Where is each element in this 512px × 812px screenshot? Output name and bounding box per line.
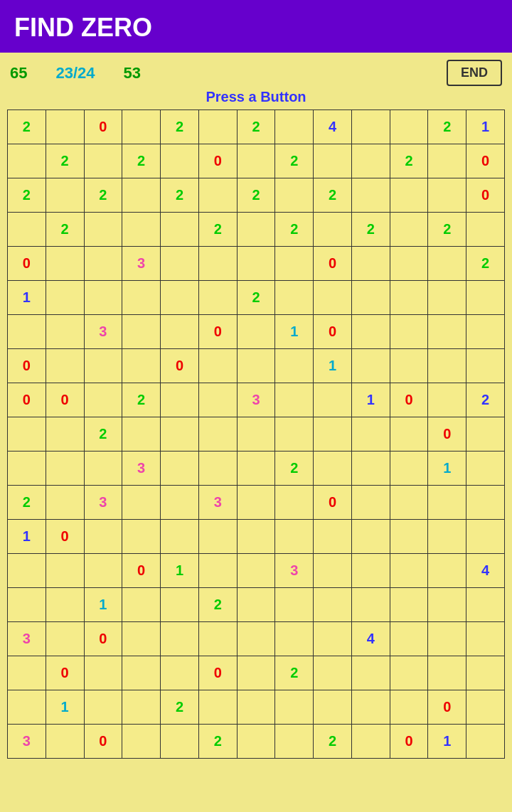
grid-cell[interactable]: 0 — [390, 725, 428, 759]
grid-cell[interactable]: 1 — [8, 520, 46, 554]
grid-cell[interactable] — [122, 349, 161, 383]
grid-cell[interactable] — [351, 725, 390, 759]
grid-cell[interactable] — [237, 417, 275, 452]
grid-cell[interactable]: 0 — [84, 622, 122, 656]
grid-cell[interactable]: 0 — [46, 656, 84, 690]
grid-cell[interactable]: 0 — [161, 349, 199, 383]
grid-cell[interactable] — [198, 690, 237, 725]
grid-cell[interactable] — [122, 690, 161, 725]
grid-cell[interactable] — [390, 520, 428, 554]
grid-cell[interactable] — [314, 281, 352, 315]
grid-cell[interactable] — [46, 725, 84, 759]
grid-cell[interactable] — [351, 247, 390, 281]
grid-cell[interactable]: 2 — [466, 383, 505, 417]
grid-cell[interactable] — [390, 622, 428, 656]
grid-cell[interactable]: 0 — [8, 349, 46, 383]
grid-cell[interactable] — [198, 554, 237, 588]
grid-cell[interactable] — [351, 110, 390, 144]
grid-cell[interactable] — [428, 622, 466, 656]
grid-cell[interactable] — [198, 178, 237, 213]
grid-cell[interactable] — [198, 247, 237, 281]
grid-cell[interactable] — [275, 690, 314, 725]
grid-cell[interactable] — [46, 315, 84, 349]
grid-cell[interactable] — [275, 178, 314, 213]
grid-cell[interactable]: 2 — [46, 144, 84, 178]
grid-cell[interactable] — [122, 486, 161, 520]
grid-cell[interactable] — [46, 588, 84, 622]
grid-cell[interactable] — [8, 588, 46, 622]
grid-cell[interactable]: 2 — [198, 213, 237, 247]
grid-cell[interactable] — [390, 588, 428, 622]
grid-cell[interactable] — [351, 178, 390, 213]
grid-cell[interactable] — [428, 588, 466, 622]
grid-cell[interactable] — [198, 349, 237, 383]
grid-cell[interactable]: 0 — [314, 315, 352, 349]
grid-cell[interactable] — [237, 486, 275, 520]
grid-cell[interactable] — [275, 588, 314, 622]
grid-cell[interactable] — [237, 213, 275, 247]
grid-cell[interactable]: 0 — [314, 247, 352, 281]
grid-cell[interactable] — [161, 315, 199, 349]
grid-cell[interactable] — [466, 281, 505, 315]
grid-cell[interactable] — [46, 452, 84, 486]
grid-cell[interactable] — [428, 144, 466, 178]
grid-cell[interactable] — [46, 110, 84, 144]
grid-cell[interactable]: 0 — [390, 383, 428, 417]
grid-cell[interactable]: 0 — [314, 486, 352, 520]
grid-cell[interactable] — [390, 554, 428, 588]
grid-cell[interactable] — [84, 247, 122, 281]
grid-cell[interactable] — [466, 486, 505, 520]
grid-cell[interactable]: 2 — [275, 213, 314, 247]
grid-cell[interactable]: 0 — [428, 417, 466, 452]
grid-cell[interactable] — [161, 452, 199, 486]
grid-cell[interactable] — [351, 452, 390, 486]
grid-cell[interactable] — [428, 281, 466, 315]
grid-cell[interactable]: 3 — [84, 315, 122, 349]
grid-cell[interactable] — [351, 281, 390, 315]
grid-cell[interactable]: 2 — [275, 656, 314, 690]
grid-cell[interactable] — [84, 213, 122, 247]
grid-cell[interactable] — [390, 315, 428, 349]
grid-cell[interactable] — [84, 281, 122, 315]
grid-cell[interactable] — [84, 144, 122, 178]
grid-cell[interactable] — [428, 315, 466, 349]
grid-cell[interactable] — [237, 349, 275, 383]
grid-cell[interactable] — [466, 690, 505, 725]
grid-cell[interactable] — [351, 520, 390, 554]
grid-cell[interactable]: 2 — [198, 588, 237, 622]
grid-cell[interactable] — [390, 110, 428, 144]
grid-cell[interactable] — [46, 349, 84, 383]
grid-cell[interactable] — [351, 690, 390, 725]
grid-cell[interactable]: 1 — [428, 452, 466, 486]
grid-cell[interactable] — [390, 213, 428, 247]
grid-cell[interactable] — [122, 178, 161, 213]
grid-cell[interactable] — [428, 486, 466, 520]
grid-cell[interactable]: 2 — [8, 178, 46, 213]
grid-cell[interactable]: 4 — [314, 110, 352, 144]
grid-cell[interactable] — [198, 452, 237, 486]
grid-cell[interactable] — [314, 588, 352, 622]
grid-cell[interactable]: 0 — [84, 110, 122, 144]
grid-cell[interactable]: 2 — [428, 110, 466, 144]
grid-cell[interactable]: 0 — [466, 144, 505, 178]
grid-cell[interactable] — [351, 656, 390, 690]
grid-cell[interactable]: 2 — [8, 486, 46, 520]
grid-cell[interactable]: 2 — [237, 281, 275, 315]
grid-cell[interactable] — [161, 725, 199, 759]
grid-cell[interactable]: 1 — [351, 383, 390, 417]
grid-cell[interactable]: 1 — [275, 315, 314, 349]
grid-cell[interactable] — [122, 656, 161, 690]
grid-cell[interactable]: 0 — [198, 144, 237, 178]
grid-cell[interactable] — [237, 588, 275, 622]
grid-cell[interactable]: 2 — [8, 110, 46, 144]
grid-cell[interactable] — [314, 690, 352, 725]
grid-cell[interactable]: 1 — [466, 110, 505, 144]
grid-cell[interactable] — [8, 452, 46, 486]
grid-cell[interactable] — [275, 725, 314, 759]
grid-cell[interactable]: 3 — [122, 452, 161, 486]
grid-cell[interactable] — [314, 452, 352, 486]
grid-cell[interactable]: 4 — [466, 554, 505, 588]
grid-cell[interactable] — [275, 281, 314, 315]
grid-cell[interactable] — [466, 349, 505, 383]
grid-cell[interactable] — [237, 656, 275, 690]
